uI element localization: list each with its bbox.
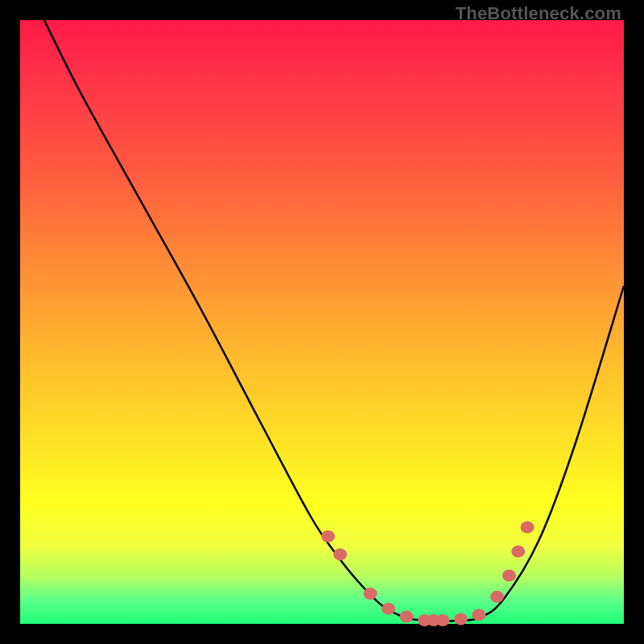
data-marker <box>521 522 535 534</box>
data-marker <box>400 611 414 623</box>
data-marker <box>473 609 486 621</box>
marker-group <box>321 522 535 627</box>
chart-svg <box>20 20 624 624</box>
data-marker <box>364 588 378 600</box>
data-marker <box>502 570 516 582</box>
data-marker <box>382 603 395 615</box>
watermark-text: TheBottleneck.com <box>456 3 621 24</box>
bottleneck-curve <box>44 20 624 621</box>
data-marker <box>511 546 525 558</box>
data-marker <box>436 614 450 626</box>
data-marker <box>454 613 468 625</box>
data-marker <box>490 591 504 603</box>
plot-area <box>20 20 624 624</box>
data-marker <box>333 548 347 560</box>
chart-frame: TheBottleneck.com <box>0 0 644 644</box>
data-marker <box>321 530 335 543</box>
